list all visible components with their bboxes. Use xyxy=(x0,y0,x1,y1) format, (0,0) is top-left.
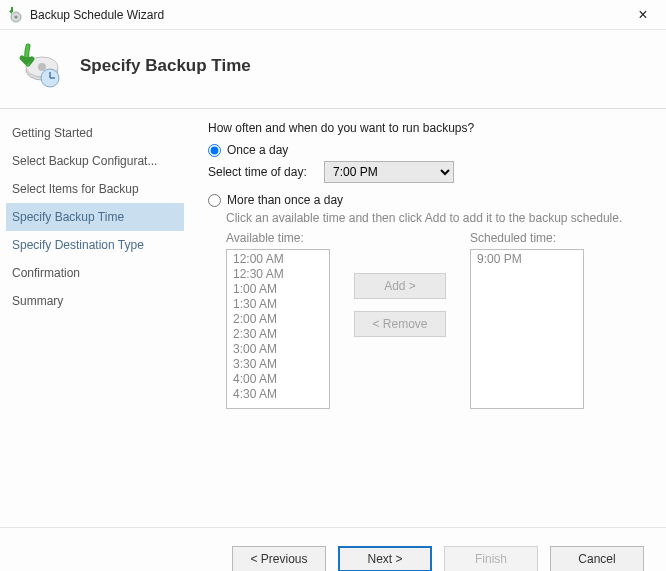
frequency-question: How often and when do you want to run ba… xyxy=(208,121,648,135)
scheduled-time-column: Scheduled time: 9:00 PM xyxy=(470,231,584,409)
radio-once-a-day-label: Once a day xyxy=(227,143,288,157)
close-icon[interactable]: × xyxy=(628,7,658,23)
multi-instruction: Click an available time and then click A… xyxy=(226,211,648,225)
available-time-listbox[interactable]: 12:00 AM 12:30 AM 1:00 AM 1:30 AM 2:00 A… xyxy=(226,249,330,409)
list-item[interactable]: 3:30 AM xyxy=(227,357,329,372)
list-item[interactable]: 2:00 AM xyxy=(227,312,329,327)
wizard-footer: < Previous Next > Finish Cancel xyxy=(0,527,666,571)
step-confirmation[interactable]: Confirmation xyxy=(6,259,184,287)
transfer-buttons: Add > < Remove xyxy=(354,273,446,337)
available-time-column: Available time: 12:00 AM 12:30 AM 1:00 A… xyxy=(226,231,330,409)
radio-once-a-day-row: Once a day xyxy=(208,143,648,157)
radio-more-than-once[interactable] xyxy=(208,194,221,207)
remove-button[interactable]: < Remove xyxy=(354,311,446,337)
list-item[interactable]: 2:30 AM xyxy=(227,327,329,342)
select-time-row: Select time of day: 7:00 PM xyxy=(208,161,648,183)
svg-rect-2 xyxy=(11,7,13,12)
step-getting-started[interactable]: Getting Started xyxy=(6,119,184,147)
titlebar: Backup Schedule Wizard × xyxy=(0,0,666,30)
add-button[interactable]: Add > xyxy=(354,273,446,299)
list-item[interactable]: 12:30 AM xyxy=(227,267,329,282)
step-specify-backup-time[interactable]: Specify Backup Time xyxy=(6,203,184,231)
list-item[interactable]: 12:00 AM xyxy=(227,252,329,267)
radio-more-than-once-row: More than once a day xyxy=(208,193,648,207)
window-title: Backup Schedule Wizard xyxy=(30,8,628,22)
list-item[interactable]: 4:00 AM xyxy=(227,372,329,387)
list-item[interactable]: 1:00 AM xyxy=(227,282,329,297)
radio-more-than-once-label: More than once a day xyxy=(227,193,343,207)
scheduled-time-label: Scheduled time: xyxy=(470,231,584,245)
svg-point-1 xyxy=(15,15,18,18)
wizard-body: Getting Started Select Backup Configurat… xyxy=(0,109,666,527)
cancel-button[interactable]: Cancel xyxy=(550,546,644,571)
backup-wizard-icon xyxy=(8,7,24,23)
backup-wizard-large-icon xyxy=(16,42,64,90)
page-title: Specify Backup Time xyxy=(80,56,251,76)
list-item[interactable]: 4:30 AM xyxy=(227,387,329,402)
wizard-steps-sidebar: Getting Started Select Backup Configurat… xyxy=(0,109,190,527)
step-specify-destination-type[interactable]: Specify Destination Type xyxy=(6,231,184,259)
finish-button[interactable]: Finish xyxy=(444,546,538,571)
list-item[interactable]: 3:00 AM xyxy=(227,342,329,357)
scheduled-time-listbox[interactable]: 9:00 PM xyxy=(470,249,584,409)
wizard-content: How often and when do you want to run ba… xyxy=(190,109,666,527)
step-summary[interactable]: Summary xyxy=(6,287,184,315)
radio-once-a-day[interactable] xyxy=(208,144,221,157)
select-time-label: Select time of day: xyxy=(208,165,324,179)
step-select-items-for-backup[interactable]: Select Items for Backup xyxy=(6,175,184,203)
time-of-day-select[interactable]: 7:00 PM xyxy=(324,161,454,183)
time-lists-row: Available time: 12:00 AM 12:30 AM 1:00 A… xyxy=(226,231,648,409)
previous-button[interactable]: < Previous xyxy=(232,546,326,571)
next-button[interactable]: Next > xyxy=(338,546,432,571)
list-item[interactable]: 1:30 AM xyxy=(227,297,329,312)
list-item[interactable]: 9:00 PM xyxy=(471,252,583,267)
step-select-backup-configuration[interactable]: Select Backup Configurat... xyxy=(6,147,184,175)
multi-schedule-section: Click an available time and then click A… xyxy=(226,211,648,409)
available-time-label: Available time: xyxy=(226,231,330,245)
wizard-header: Specify Backup Time xyxy=(0,30,666,108)
svg-point-5 xyxy=(38,63,46,71)
